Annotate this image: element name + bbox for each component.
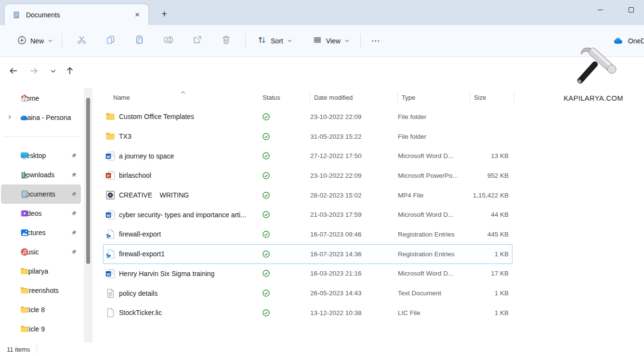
file-date-modified: 21-03-2023 17:59 <box>310 211 398 218</box>
file-date-modified: 16-07-2023 14:36 <box>310 251 398 258</box>
file-rows: Custom Office Templates 23-10-2022 22:09… <box>92 107 644 323</box>
sync-ok-icon <box>259 250 310 258</box>
file-type: Registration Entries <box>398 251 470 258</box>
desktop-icon <box>20 151 29 160</box>
file-explorer-window: Documents × + New A <box>0 0 644 356</box>
file-name: a journey to space <box>119 152 259 160</box>
svg-text:W: W <box>106 154 110 158</box>
onedrive-icon <box>20 113 29 122</box>
copy-button[interactable] <box>100 31 121 51</box>
sidebar-item[interactable]: article 8 <box>1 300 81 319</box>
see-more-button[interactable]: ⋯ <box>365 33 387 49</box>
file-type: LIC File <box>398 309 470 316</box>
videos-icon <box>20 209 29 218</box>
column-header[interactable]: Size <box>470 92 514 103</box>
file-size: 13 KB <box>470 152 513 159</box>
file-date-modified: 28-02-2023 15:02 <box>310 192 398 199</box>
view-button[interactable]: View <box>308 31 355 50</box>
sidebar-scrollbar[interactable] <box>84 88 92 343</box>
sidebar-divider <box>4 136 79 137</box>
copy-icon <box>105 35 116 47</box>
new-tab-button[interactable]: + <box>157 7 171 21</box>
sidebar-item[interactable]: Screenshots <box>1 281 81 300</box>
new-button[interactable]: New <box>13 32 58 50</box>
share-button[interactable] <box>186 31 208 51</box>
forward-button[interactable] <box>25 63 42 80</box>
tab-title: Documents <box>26 11 131 19</box>
file-size: 1 KB <box>470 309 513 316</box>
expand-chevron-icon[interactable] <box>7 114 13 121</box>
arrow-up-icon <box>65 66 75 78</box>
toolbar-separator <box>62 34 62 48</box>
sidebar-item[interactable]: Downloads <box>1 165 81 185</box>
file-type: Microsoft Word D... <box>398 211 470 218</box>
sidebar-item[interactable]: Documents <box>1 185 81 204</box>
folder-icon <box>105 112 115 121</box>
column-header[interactable]: Type <box>397 92 470 103</box>
navigation-pane: Home raaina - Persona Desktop <box>0 87 84 343</box>
file-date-modified: 27-12-2022 17:50 <box>310 152 398 159</box>
file-date-modified: 16-03-2023 21:16 <box>310 270 398 277</box>
pin-icon <box>71 191 77 198</box>
folder-icon <box>105 132 115 141</box>
share-icon <box>192 35 202 47</box>
sync-ok-icon <box>259 171 310 180</box>
file-name: firewall-export <box>119 230 259 238</box>
chevron-down-icon <box>50 67 57 77</box>
file-row[interactable]: firewall-export1 16-07-2023 14:36 Regist… <box>103 244 513 264</box>
sidebar-item[interactable]: Pictures <box>1 223 81 242</box>
cut-button[interactable] <box>71 31 92 51</box>
tab-close-button[interactable]: × <box>131 9 144 21</box>
sidebar-item[interactable]: Music <box>1 242 81 262</box>
back-button[interactable] <box>5 63 22 80</box>
delete-button[interactable] <box>215 31 237 51</box>
command-toolbar: New A Sort View <box>0 25 644 57</box>
file-row[interactable]: StockTicker.lic 13-12-2022 10:38 LIC Fil… <box>103 303 513 323</box>
blankpage-icon <box>105 308 115 317</box>
scrollbar-thumb[interactable] <box>86 98 90 264</box>
rename-button[interactable]: A <box>158 31 179 51</box>
maximize-button[interactable] <box>624 2 638 17</box>
file-row[interactable]: firewall-export 16-07-2023 09:46 Registr… <box>103 224 513 244</box>
sort-ascending-caret-icon <box>180 88 186 96</box>
sidebar-item[interactable]: raaina - Persona <box>1 108 81 127</box>
onedrive-status[interactable]: OneDrive <box>614 25 644 57</box>
sidebar-item[interactable]: article 9 <box>1 319 81 339</box>
svg-text:P: P <box>107 174 110 178</box>
file-type: MP4 File <box>398 192 470 199</box>
statusbar-separator <box>37 345 37 353</box>
pin-icon <box>71 172 77 178</box>
file-row[interactable]: W cyber security- types and importance a… <box>103 205 513 224</box>
folder-icon <box>20 286 29 295</box>
column-header[interactable]: Date modified <box>310 92 397 103</box>
view-lines-icon <box>313 35 322 46</box>
sync-ok-icon <box>259 152 310 160</box>
column-header[interactable]: Status <box>259 92 310 103</box>
file-date-modified: 16-07-2023 09:46 <box>310 231 398 238</box>
sort-button[interactable]: Sort <box>252 31 297 50</box>
file-row[interactable]: W Henry Harvin Six Sigma training 16-03-… <box>103 264 513 284</box>
sidebar-item-label: Home <box>21 94 81 102</box>
powerpoint-icon: P <box>105 171 115 180</box>
file-row[interactable]: P birlaschool 23-10-2022 22:09 Microsoft… <box>103 166 513 185</box>
recent-locations-button[interactable] <box>44 63 62 80</box>
file-row[interactable]: Custom Office Templates 23-10-2022 22:09… <box>103 107 513 127</box>
explorer-tab-documents[interactable]: Documents × <box>5 4 148 25</box>
sidebar-item[interactable]: kapilarya <box>1 262 81 281</box>
sidebar-item[interactable]: Videos <box>1 204 81 223</box>
file-row[interactable]: W a journey to space 27-12-2022 17:50 Mi… <box>103 146 513 166</box>
minimize-button[interactable] <box>593 2 607 17</box>
file-size: 17 KB <box>470 270 513 277</box>
file-row[interactable]: TX3 31-05-2023 15:22 File folder <box>103 127 513 146</box>
up-button[interactable] <box>61 63 79 80</box>
file-date-modified: 23-10-2022 22:09 <box>310 172 398 179</box>
paste-button[interactable] <box>129 31 150 51</box>
address-row: raaina - Personal Documents <box>0 57 644 87</box>
sort-button-label: Sort <box>271 37 283 45</box>
file-row[interactable]: CREATIVE WRITING 28-02-2023 15:02 MP4 Fi… <box>103 185 513 205</box>
sidebar-item[interactable]: Desktop <box>1 146 81 165</box>
textdoc-icon <box>105 289 115 298</box>
sidebar-item[interactable]: Home <box>1 89 81 108</box>
file-name: StockTicker.lic <box>119 309 259 316</box>
file-row[interactable]: policy details 26-05-2023 14:43 Text Doc… <box>103 283 513 303</box>
